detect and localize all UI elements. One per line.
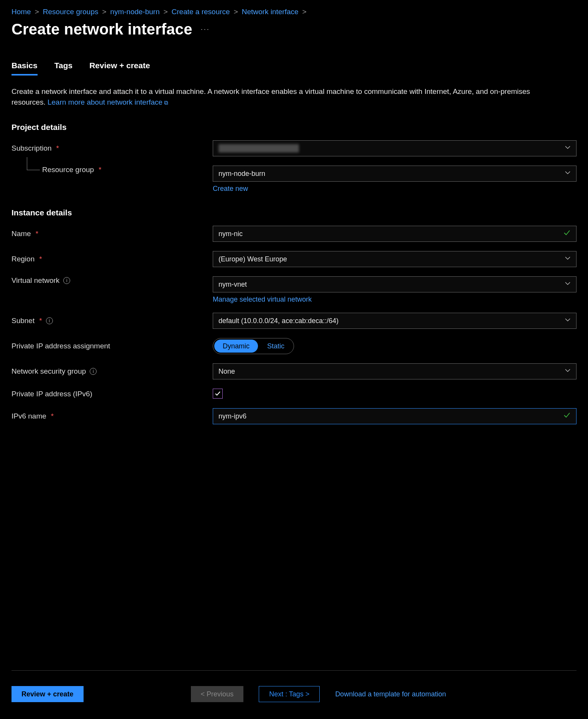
nsg-select[interactable]: None <box>213 363 577 379</box>
nsg-value: None <box>218 368 235 376</box>
tabs: Basics Tags Review + create <box>11 61 577 76</box>
chevron-down-icon <box>565 144 571 153</box>
section-project-details: Project details <box>11 123 577 132</box>
subscription-select[interactable] <box>213 140 577 156</box>
tab-tags[interactable]: Tags <box>54 61 72 76</box>
breadcrumb-resource-groups[interactable]: Resource groups <box>43 8 99 16</box>
chevron-down-icon <box>565 317 571 325</box>
required-icon: * <box>39 317 42 325</box>
breadcrumb: Home > Resource groups > nym-node-burn >… <box>11 8 577 16</box>
previous-button: < Previous <box>191 686 244 702</box>
ip-assignment-label: Private IP address assignment <box>11 342 110 350</box>
required-icon: * <box>39 255 42 263</box>
page-title: Create network interface <box>11 21 192 38</box>
breadcrumb-network-interface[interactable]: Network interface <box>242 8 299 16</box>
chevron-right-icon: > <box>35 8 39 16</box>
ip-assignment-dynamic[interactable]: Dynamic <box>214 340 258 353</box>
more-actions-icon[interactable]: ··· <box>201 25 210 33</box>
required-icon: * <box>36 230 38 238</box>
tree-connector-icon <box>27 157 40 170</box>
check-valid-icon <box>563 412 571 421</box>
tab-review-create[interactable]: Review + create <box>89 61 150 76</box>
breadcrumb-nym-node-burn[interactable]: nym-node-burn <box>110 8 160 16</box>
vnet-value: nym-vnet <box>218 281 247 289</box>
ipv6-name-label: IPv6 name <box>11 412 46 420</box>
tab-basics[interactable]: Basics <box>11 61 38 76</box>
subnet-value: default (10.0.0.0/24, ace:cab:deca::/64) <box>218 317 338 325</box>
chevron-right-icon: > <box>302 8 307 16</box>
chevron-down-icon <box>565 368 571 376</box>
info-icon[interactable]: i <box>46 317 53 324</box>
breadcrumb-home[interactable]: Home <box>11 8 31 16</box>
ipv6-name-input[interactable]: nym-ipv6 <box>213 408 577 424</box>
resource-group-value: nym-node-burn <box>218 170 265 178</box>
region-label: Region <box>11 255 34 263</box>
intro-text: Create a network interface and attach it… <box>11 86 560 107</box>
subscription-value-redacted <box>218 144 299 153</box>
nsg-label: Network security group <box>11 367 86 376</box>
info-icon[interactable]: i <box>63 277 70 284</box>
manage-vnet-link[interactable]: Manage selected virtual network <box>213 295 312 304</box>
region-select[interactable]: (Europe) West Europe <box>213 251 577 267</box>
review-create-button[interactable]: Review + create <box>11 686 84 702</box>
ip-assignment-static[interactable]: Static <box>258 338 294 354</box>
name-input[interactable]: nym-nic <box>213 226 577 242</box>
create-new-link[interactable]: Create new <box>213 185 248 193</box>
vnet-select[interactable]: nym-vnet <box>213 276 577 292</box>
breadcrumb-create-resource[interactable]: Create a resource <box>172 8 230 16</box>
section-instance-details: Instance details <box>11 208 577 217</box>
subnet-select[interactable]: default (10.0.0.0/24, ace:cab:deca::/64) <box>213 313 577 329</box>
vnet-label: Virtual network <box>11 276 59 285</box>
external-link-icon: ⧉ <box>164 99 168 106</box>
resource-group-select[interactable]: nym-node-burn <box>213 166 577 182</box>
resource-group-label: Resource group <box>42 166 94 174</box>
required-icon: * <box>51 412 54 420</box>
ip-assignment-toggle: Dynamic Static <box>213 338 294 354</box>
download-template-link[interactable]: Download a template for automation <box>335 690 446 698</box>
ipv6-enable-label: Private IP address (IPv6) <box>11 390 92 398</box>
subnet-label: Subnet <box>11 317 34 325</box>
chevron-down-icon <box>565 255 571 263</box>
learn-more-link[interactable]: Learn more about network interface⧉ <box>48 98 168 106</box>
subscription-label: Subscription <box>11 144 52 153</box>
info-icon[interactable]: i <box>90 368 97 375</box>
footer: Review + create < Previous Next : Tags >… <box>11 671 577 719</box>
name-value: nym-nic <box>218 230 243 238</box>
chevron-right-icon: > <box>163 8 168 16</box>
ipv6-name-value: nym-ipv6 <box>218 412 246 420</box>
chevron-down-icon <box>565 170 571 178</box>
ipv6-enable-checkbox[interactable] <box>213 389 223 399</box>
next-button[interactable]: Next : Tags > <box>259 686 320 702</box>
chevron-right-icon: > <box>234 8 238 16</box>
required-icon: * <box>56 144 59 153</box>
name-label: Name <box>11 230 31 238</box>
check-valid-icon <box>563 229 571 239</box>
required-icon: * <box>99 166 101 174</box>
chevron-right-icon: > <box>102 8 107 16</box>
chevron-down-icon <box>565 281 571 289</box>
region-value: (Europe) West Europe <box>218 255 287 263</box>
